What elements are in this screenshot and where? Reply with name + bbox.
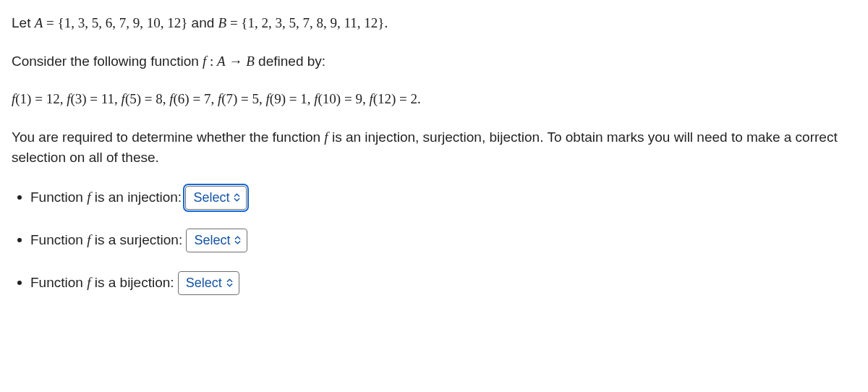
mapping-list: f(1) = 12, f(3) = 11, f(5) = 8, f(6) = 7… [12, 91, 421, 106]
text: Consider the following function [12, 54, 203, 69]
label-bijection: Function f is a bijection: [30, 274, 178, 289]
text: and [192, 15, 218, 30]
text: defined by: [258, 54, 326, 69]
select-injection[interactable]: Select [185, 186, 247, 210]
f-map: f : A → B [203, 54, 255, 69]
function-declaration: Consider the following function f : A → … [12, 51, 856, 72]
period: . [384, 15, 388, 30]
sets-definition: Let A = {1, 3, 5, 6, 7, 9, 10, 12} and B… [12, 13, 856, 34]
list-item: Function f is an injection: Select [30, 186, 856, 210]
select-bijection[interactable]: Select [178, 271, 239, 295]
select-surjection[interactable]: Select [186, 229, 247, 252]
text: Let [12, 15, 35, 30]
set-B: B = {1, 2, 3, 5, 7, 8, 9, 11, 12} [218, 15, 385, 30]
label-surjection: Function f is a surjection: [30, 231, 186, 247]
list-item: Function f is a surjection: Select [30, 229, 856, 252]
chevron-updown-icon [234, 193, 240, 202]
set-A: A = {1, 3, 5, 6, 7, 9, 10, 12} [35, 15, 188, 30]
select-value: Select [194, 231, 230, 250]
function-values: f(1) = 12, f(3) = 11, f(5) = 8, f(6) = 7… [12, 89, 856, 110]
question-list: Function f is an injection: Select Funct… [12, 186, 856, 295]
list-item: Function f is a bijection: Select [30, 271, 856, 295]
text: You are required to determine whether th… [12, 129, 324, 145]
chevron-updown-icon [234, 236, 241, 244]
select-value: Select [193, 188, 229, 208]
instructions: You are required to determine whether th… [12, 127, 856, 169]
label-injection: Function f is an injection: [30, 189, 185, 204]
select-value: Select [186, 273, 222, 293]
chevron-updown-icon [226, 278, 233, 287]
